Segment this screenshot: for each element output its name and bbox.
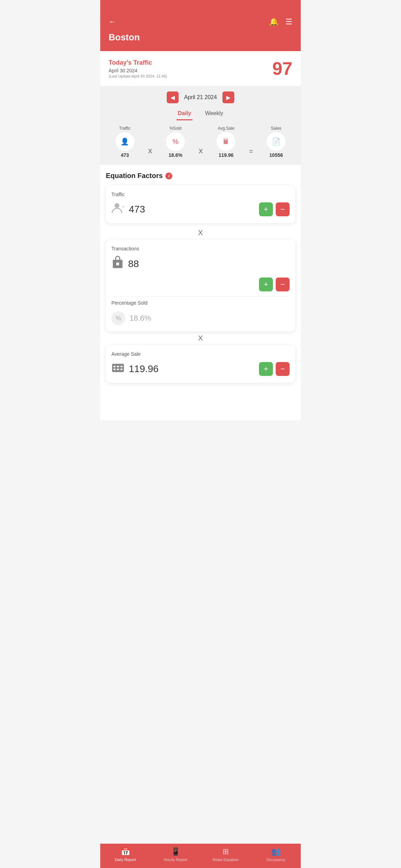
info-badge[interactable]: i bbox=[165, 172, 172, 179]
eq-sales-label: Sales bbox=[271, 126, 281, 131]
traffic-factor-btns: + − bbox=[259, 202, 290, 216]
city-name: Boston bbox=[109, 32, 292, 43]
divider bbox=[111, 296, 290, 297]
svg-text:+: + bbox=[122, 204, 125, 209]
multiply-sign-2: X bbox=[106, 331, 295, 345]
eq-sales-value: 10556 bbox=[269, 152, 283, 158]
svg-rect-9 bbox=[117, 369, 119, 370]
prev-date-button[interactable]: ◀ bbox=[167, 91, 179, 103]
average-sale-btns: + − bbox=[259, 362, 290, 376]
transactions-row: 88 bbox=[111, 256, 290, 272]
transactions-btns: + − bbox=[111, 278, 290, 291]
eq-sold-label: %Sold bbox=[170, 126, 182, 131]
average-sale-card: Average Sale 119.96 + − bbox=[106, 345, 295, 383]
multiply-sign-1: X bbox=[106, 226, 295, 240]
svg-point-0 bbox=[115, 203, 119, 208]
eq-traffic-label: Traffic bbox=[119, 126, 131, 131]
traffic-factor-icon: + bbox=[111, 201, 125, 217]
traffic-card: Today's Traffic April 30 2024 (Last Upda… bbox=[100, 51, 301, 86]
occupancy-icon: 👥 bbox=[271, 847, 281, 856]
svg-rect-3 bbox=[116, 263, 119, 265]
transactions-label: Transactions bbox=[111, 246, 290, 251]
transactions-card: Transactions 88 + − Percentage Sold % 18… bbox=[106, 240, 295, 331]
date-nav: ◀ April 21 2024 ▶ bbox=[109, 91, 292, 103]
eq-traffic: Traffic 👤 473 bbox=[104, 126, 145, 158]
current-date: April 21 2024 bbox=[184, 94, 217, 101]
traffic-update: (Last Update:April 30 2024, 11:45) bbox=[109, 74, 167, 78]
transactions-value: 88 bbox=[128, 258, 290, 270]
nav-hourly-report[interactable]: 📱 Hourly Report bbox=[150, 847, 200, 862]
bottom-nav: 📅 Daily Report 📱 Hourly Report ⊞ Retail … bbox=[100, 844, 301, 868]
svg-rect-10 bbox=[120, 369, 123, 370]
traffic-factor-card: Traffic + 473 + − bbox=[106, 185, 295, 223]
equation-row: Traffic 👤 473 X %Sold % 18.6% X Avg.Sale… bbox=[100, 120, 301, 165]
nav-occupancy[interactable]: 👥 Occupancy bbox=[251, 847, 301, 862]
header-top: ← 🔔 ☰ bbox=[109, 17, 292, 26]
retail-equation-icon: ⊞ bbox=[222, 847, 229, 856]
daily-report-icon: 📅 bbox=[121, 847, 130, 856]
retail-equation-label: Retail Equation bbox=[213, 858, 239, 862]
nav-retail-equation[interactable]: ⊞ Retail Equation bbox=[200, 847, 251, 862]
traffic-minus-button[interactable]: − bbox=[276, 202, 290, 216]
menu-icon[interactable]: ☰ bbox=[285, 17, 292, 26]
traffic-date: April 30 2024 bbox=[109, 68, 167, 73]
pct-sold-icon: % bbox=[111, 311, 125, 325]
next-date-button[interactable]: ▶ bbox=[222, 91, 234, 103]
traffic-label: Today's Traffic bbox=[109, 59, 167, 66]
header-right: 🔔 ☰ bbox=[269, 17, 292, 26]
average-sale-plus-button[interactable]: + bbox=[259, 362, 273, 376]
transactions-plus-button[interactable]: + bbox=[259, 278, 273, 291]
svg-rect-5 bbox=[113, 366, 116, 367]
tab-daily[interactable]: Daily bbox=[176, 107, 192, 120]
eq-sales: Sales 📄 10556 bbox=[256, 126, 297, 158]
tab-weekly[interactable]: Weekly bbox=[204, 107, 225, 120]
svg-rect-6 bbox=[117, 366, 119, 367]
svg-rect-7 bbox=[120, 366, 123, 367]
eq-operator-1: X bbox=[147, 148, 153, 155]
daily-report-label: Daily Report bbox=[115, 858, 136, 862]
eq-traffic-icon: 👤 bbox=[116, 132, 134, 151]
eq-sold-value: 18.6% bbox=[168, 152, 182, 158]
eq-operator-2: X bbox=[198, 148, 204, 155]
factors-title-text: Equation Factors bbox=[106, 172, 163, 180]
transactions-icon bbox=[111, 256, 124, 272]
svg-rect-4 bbox=[112, 364, 124, 372]
nav-daily-report[interactable]: 📅 Daily Report bbox=[100, 847, 150, 862]
eq-operator-3: = bbox=[249, 148, 254, 155]
pct-sold-row: % 18.6% bbox=[111, 311, 290, 325]
factors-section: Equation Factors i Traffic + 473 + − X T… bbox=[100, 165, 301, 420]
average-sale-minus-button[interactable]: − bbox=[276, 362, 290, 376]
svg-rect-8 bbox=[113, 369, 116, 370]
traffic-factor-row: + 473 + − bbox=[111, 201, 290, 217]
traffic-factor-value: 473 bbox=[129, 204, 255, 215]
eq-sold: %Sold % 18.6% bbox=[155, 126, 196, 158]
traffic-factor-label: Traffic bbox=[111, 192, 290, 197]
eq-avgsale-value: 119.96 bbox=[219, 152, 234, 158]
back-icon[interactable]: ← bbox=[109, 17, 116, 26]
transactions-minus-button[interactable]: − bbox=[276, 278, 290, 291]
date-nav-section: ◀ April 21 2024 ▶ Daily Weekly bbox=[100, 86, 301, 120]
eq-avgsale-icon: 🖩 bbox=[217, 132, 235, 151]
hourly-report-icon: 📱 bbox=[171, 847, 180, 856]
average-sale-value: 119.96 bbox=[129, 363, 255, 375]
tabs: Daily Weekly bbox=[109, 107, 292, 120]
pct-sold-value: 18.6% bbox=[129, 314, 151, 323]
average-sale-label: Average Sale bbox=[111, 351, 290, 357]
pct-sold-label: Percentage Sold bbox=[111, 300, 290, 306]
traffic-info: Today's Traffic April 30 2024 (Last Upda… bbox=[109, 59, 167, 78]
hourly-report-label: Hourly Report bbox=[164, 858, 187, 862]
header: ← 🔔 ☰ Boston bbox=[100, 0, 301, 51]
occupancy-label: Occupancy bbox=[266, 858, 285, 862]
eq-avgsale: Avg.Sale 🖩 119.96 bbox=[206, 126, 246, 158]
bell-icon[interactable]: 🔔 bbox=[269, 17, 278, 26]
factors-title: Equation Factors i bbox=[106, 172, 295, 180]
eq-avgsale-label: Avg.Sale bbox=[218, 126, 235, 131]
eq-traffic-value: 473 bbox=[121, 152, 129, 158]
average-sale-row: 119.96 + − bbox=[111, 361, 290, 377]
traffic-value: 97 bbox=[272, 58, 292, 79]
eq-sales-icon: 📄 bbox=[267, 132, 285, 151]
average-sale-icon bbox=[111, 361, 125, 377]
eq-sold-icon: % bbox=[166, 132, 185, 151]
traffic-plus-button[interactable]: + bbox=[259, 202, 273, 216]
